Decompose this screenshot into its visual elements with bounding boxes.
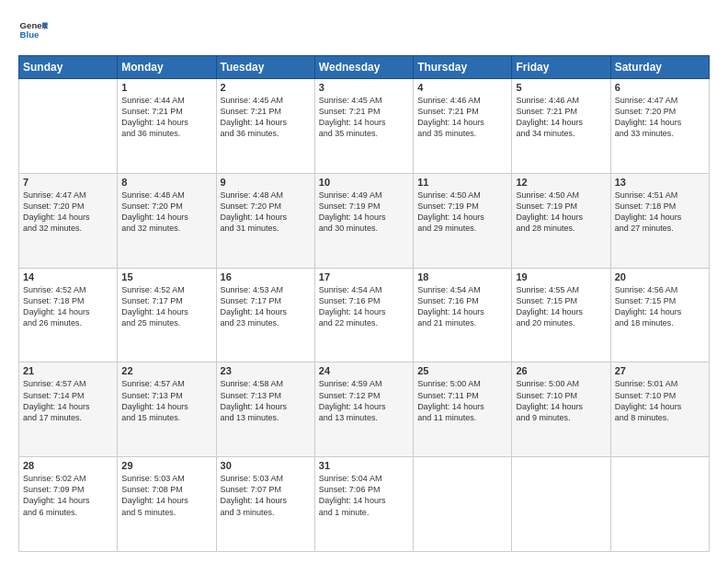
cell-info: Sunrise: 4:48 AMSunset: 7:20 PMDaylight:… (121, 190, 211, 235)
calendar-cell: 23Sunrise: 4:58 AMSunset: 7:13 PMDayligh… (216, 362, 314, 457)
day-number: 9 (221, 177, 311, 188)
calendar-week-row: 28Sunrise: 5:02 AMSunset: 7:09 PMDayligh… (19, 457, 710, 552)
cell-info: Sunrise: 5:00 AMSunset: 7:11 PMDaylight:… (417, 378, 507, 423)
calendar-cell: 19Sunrise: 4:55 AMSunset: 7:15 PMDayligh… (512, 268, 610, 362)
calendar-cell: 21Sunrise: 4:57 AMSunset: 7:14 PMDayligh… (19, 362, 118, 457)
calendar-cell: 26Sunrise: 5:00 AMSunset: 7:10 PMDayligh… (512, 362, 610, 457)
calendar-cell: 22Sunrise: 4:57 AMSunset: 7:13 PMDayligh… (118, 362, 216, 457)
cell-info: Sunrise: 4:47 AMSunset: 7:20 PMDaylight:… (615, 95, 705, 140)
cell-info: Sunrise: 5:00 AMSunset: 7:10 PMDaylight:… (516, 378, 606, 423)
day-number: 11 (417, 177, 507, 188)
calendar-cell: 13Sunrise: 4:51 AMSunset: 7:18 PMDayligh… (610, 173, 709, 268)
cell-info: Sunrise: 4:52 AMSunset: 7:18 PMDaylight:… (23, 284, 113, 329)
calendar-cell: 6Sunrise: 4:47 AMSunset: 7:20 PMDaylight… (610, 79, 709, 174)
cell-info: Sunrise: 4:57 AMSunset: 7:13 PMDaylight:… (121, 378, 211, 423)
calendar-cell: 7Sunrise: 4:47 AMSunset: 7:20 PMDaylight… (19, 173, 118, 268)
calendar-cell: 18Sunrise: 4:54 AMSunset: 7:16 PMDayligh… (414, 268, 512, 362)
cell-info: Sunrise: 4:45 AMSunset: 7:21 PMDaylight:… (221, 95, 311, 140)
day-header-monday: Monday (118, 56, 216, 79)
calendar-cell: 25Sunrise: 5:00 AMSunset: 7:11 PMDayligh… (414, 362, 512, 457)
day-number: 16 (221, 271, 311, 282)
day-header-thursday: Thursday (414, 56, 512, 79)
cell-info: Sunrise: 5:01 AMSunset: 7:10 PMDaylight:… (615, 378, 705, 423)
day-number: 17 (319, 271, 409, 282)
calendar-cell: 14Sunrise: 4:52 AMSunset: 7:18 PMDayligh… (19, 268, 118, 362)
cell-info: Sunrise: 4:52 AMSunset: 7:17 PMDaylight:… (121, 284, 211, 329)
calendar-table: SundayMondayTuesdayWednesdayThursdayFrid… (18, 55, 710, 552)
cell-info: Sunrise: 4:56 AMSunset: 7:15 PMDaylight:… (615, 284, 705, 329)
day-number: 6 (615, 82, 705, 93)
calendar-cell: 5Sunrise: 4:46 AMSunset: 7:21 PMDaylight… (512, 79, 610, 174)
day-number: 31 (319, 460, 409, 471)
day-number: 25 (417, 365, 507, 376)
calendar-cell: 30Sunrise: 5:03 AMSunset: 7:07 PMDayligh… (216, 457, 314, 552)
cell-info: Sunrise: 4:48 AMSunset: 7:20 PMDaylight:… (221, 190, 311, 235)
cell-info: Sunrise: 4:59 AMSunset: 7:12 PMDaylight:… (319, 378, 409, 423)
cell-info: Sunrise: 4:53 AMSunset: 7:17 PMDaylight:… (221, 284, 311, 329)
logo-icon: General Blue (18, 17, 48, 46)
calendar-cell: 1Sunrise: 4:44 AMSunset: 7:21 PMDaylight… (118, 79, 216, 174)
calendar-cell: 3Sunrise: 4:45 AMSunset: 7:21 PMDaylight… (314, 79, 413, 174)
cell-info: Sunrise: 5:04 AMSunset: 7:06 PMDaylight:… (319, 473, 409, 518)
calendar-week-row: 7Sunrise: 4:47 AMSunset: 7:20 PMDaylight… (19, 173, 710, 268)
day-number: 27 (615, 365, 705, 376)
cell-info: Sunrise: 4:47 AMSunset: 7:20 PMDaylight:… (23, 190, 113, 235)
day-number: 23 (221, 365, 311, 376)
cell-info: Sunrise: 4:54 AMSunset: 7:16 PMDaylight:… (417, 284, 507, 329)
day-number: 14 (23, 271, 113, 282)
day-number: 13 (615, 177, 705, 188)
calendar-cell: 17Sunrise: 4:54 AMSunset: 7:16 PMDayligh… (314, 268, 413, 362)
day-header-tuesday: Tuesday (216, 56, 314, 79)
day-number: 19 (516, 271, 606, 282)
calendar-cell: 10Sunrise: 4:49 AMSunset: 7:19 PMDayligh… (314, 173, 413, 268)
calendar-cell: 11Sunrise: 4:50 AMSunset: 7:19 PMDayligh… (414, 173, 512, 268)
day-number: 4 (417, 82, 507, 93)
calendar-cell: 15Sunrise: 4:52 AMSunset: 7:17 PMDayligh… (118, 268, 216, 362)
day-number: 15 (121, 271, 211, 282)
cell-info: Sunrise: 5:03 AMSunset: 7:08 PMDaylight:… (121, 473, 211, 518)
cell-info: Sunrise: 4:49 AMSunset: 7:19 PMDaylight:… (319, 190, 409, 235)
cell-info: Sunrise: 4:46 AMSunset: 7:21 PMDaylight:… (516, 95, 606, 140)
cell-info: Sunrise: 4:46 AMSunset: 7:21 PMDaylight:… (417, 95, 507, 140)
calendar-cell: 27Sunrise: 5:01 AMSunset: 7:10 PMDayligh… (610, 362, 709, 457)
cell-info: Sunrise: 4:57 AMSunset: 7:14 PMDaylight:… (23, 378, 113, 423)
logo: General Blue (18, 17, 48, 46)
calendar-cell: 2Sunrise: 4:45 AMSunset: 7:21 PMDaylight… (216, 79, 314, 174)
cell-info: Sunrise: 5:03 AMSunset: 7:07 PMDaylight:… (221, 473, 311, 518)
day-number: 18 (417, 271, 507, 282)
day-number: 26 (516, 365, 606, 376)
calendar-cell: 9Sunrise: 4:48 AMSunset: 7:20 PMDaylight… (216, 173, 314, 268)
day-number: 5 (516, 82, 606, 93)
day-number: 12 (516, 177, 606, 188)
calendar-header-row: SundayMondayTuesdayWednesdayThursdayFrid… (19, 56, 710, 79)
day-number: 20 (615, 271, 705, 282)
day-number: 1 (121, 82, 211, 93)
day-number: 10 (319, 177, 409, 188)
cell-info: Sunrise: 4:55 AMSunset: 7:15 PMDaylight:… (516, 284, 606, 329)
calendar-cell: 16Sunrise: 4:53 AMSunset: 7:17 PMDayligh… (216, 268, 314, 362)
calendar-cell (414, 457, 512, 552)
day-number: 3 (319, 82, 409, 93)
svg-text:Blue: Blue (20, 29, 40, 40)
day-header-saturday: Saturday (610, 56, 709, 79)
calendar-cell: 12Sunrise: 4:50 AMSunset: 7:19 PMDayligh… (512, 173, 610, 268)
calendar-cell (19, 79, 118, 174)
day-header-sunday: Sunday (19, 56, 118, 79)
calendar-cell: 29Sunrise: 5:03 AMSunset: 7:08 PMDayligh… (118, 457, 216, 552)
cell-info: Sunrise: 4:50 AMSunset: 7:19 PMDaylight:… (516, 190, 606, 235)
calendar-cell: 24Sunrise: 4:59 AMSunset: 7:12 PMDayligh… (314, 362, 413, 457)
calendar-cell: 20Sunrise: 4:56 AMSunset: 7:15 PMDayligh… (610, 268, 709, 362)
day-number: 7 (23, 177, 113, 188)
calendar-week-row: 1Sunrise: 4:44 AMSunset: 7:21 PMDaylight… (19, 79, 710, 174)
day-number: 22 (121, 365, 211, 376)
cell-info: Sunrise: 4:45 AMSunset: 7:21 PMDaylight:… (319, 95, 409, 140)
cell-info: Sunrise: 5:02 AMSunset: 7:09 PMDaylight:… (23, 473, 113, 518)
day-number: 24 (319, 365, 409, 376)
calendar-cell (512, 457, 610, 552)
cell-info: Sunrise: 4:44 AMSunset: 7:21 PMDaylight:… (121, 95, 211, 140)
day-number: 2 (221, 82, 311, 93)
page-header: General Blue (18, 17, 710, 46)
day-header-wednesday: Wednesday (314, 56, 413, 79)
calendar-cell: 4Sunrise: 4:46 AMSunset: 7:21 PMDaylight… (414, 79, 512, 174)
cell-info: Sunrise: 4:58 AMSunset: 7:13 PMDaylight:… (221, 378, 311, 423)
